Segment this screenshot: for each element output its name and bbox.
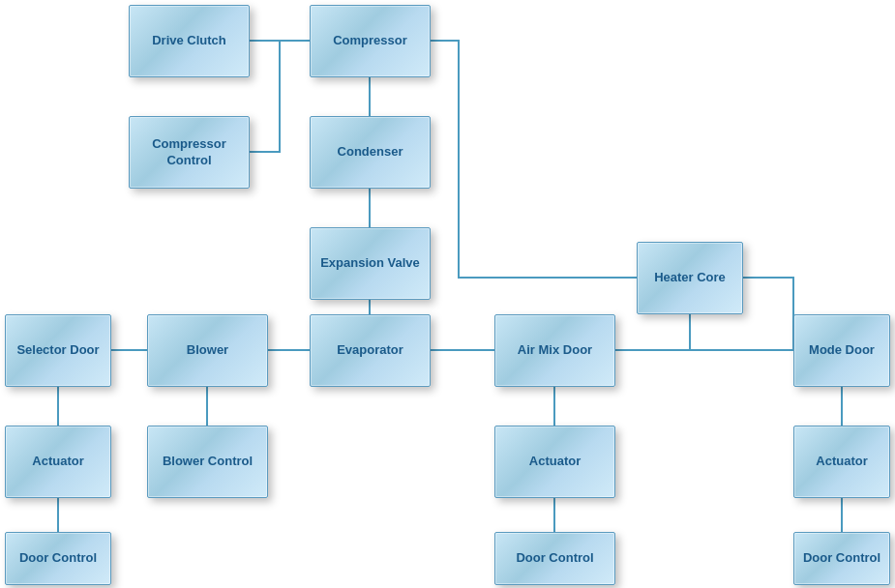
diagram: Drive Clutch Compressor Compressor Contr… bbox=[0, 0, 895, 588]
node-expansion-valve: Expansion Valve bbox=[310, 227, 431, 300]
node-blower-control: Blower Control bbox=[147, 426, 268, 498]
node-door-control-selector: Door Control bbox=[5, 532, 111, 585]
connector-lines bbox=[0, 0, 895, 588]
node-blower: Blower bbox=[147, 314, 268, 387]
node-selector-door: Selector Door bbox=[5, 314, 111, 387]
node-door-control-airmix: Door Control bbox=[494, 532, 615, 585]
node-actuator-airmix: Actuator bbox=[494, 426, 615, 498]
node-air-mix-door: Air Mix Door bbox=[494, 314, 615, 387]
node-actuator-mode: Actuator bbox=[793, 426, 890, 498]
node-condenser: Condenser bbox=[310, 116, 431, 189]
node-compressor: Compressor bbox=[310, 5, 431, 77]
node-actuator-selector: Actuator bbox=[5, 426, 111, 498]
node-compressor-control: Compressor Control bbox=[129, 116, 250, 189]
node-drive-clutch: Drive Clutch bbox=[129, 5, 250, 77]
node-evaporator: Evaporator bbox=[310, 314, 431, 387]
node-door-control-mode: Door Control bbox=[793, 532, 890, 585]
node-mode-door: Mode Door bbox=[793, 314, 890, 387]
node-heater-core: Heater Core bbox=[637, 242, 743, 314]
